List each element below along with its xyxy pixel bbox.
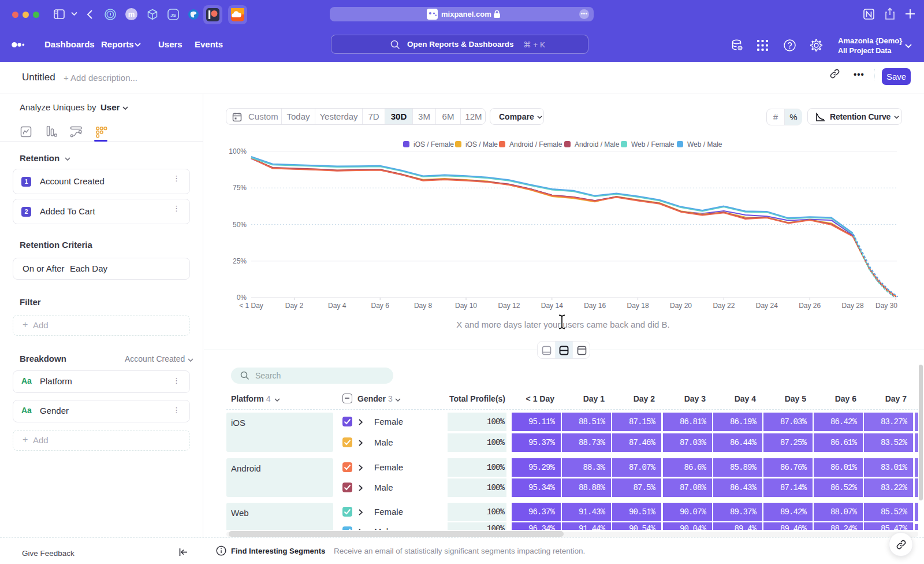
svg-text:Day 28: Day 28 xyxy=(842,302,864,310)
svg-text:< 1 Day: < 1 Day xyxy=(239,302,263,310)
svg-text:100%: 100% xyxy=(229,147,247,155)
svg-text:Day 4: Day 4 xyxy=(328,302,346,310)
svg-text:Day 30: Day 30 xyxy=(875,302,897,310)
svg-text:Day 26: Day 26 xyxy=(799,302,821,310)
svg-text:Day 16: Day 16 xyxy=(584,302,606,310)
svg-text:Day 2: Day 2 xyxy=(285,302,304,310)
svg-text:JS: JS xyxy=(170,13,176,18)
svg-text:Day 24: Day 24 xyxy=(756,302,778,310)
svg-text:75%: 75% xyxy=(233,184,247,192)
svg-text:Day 14: Day 14 xyxy=(541,302,563,310)
svg-text:Day 12: Day 12 xyxy=(498,302,520,310)
svg-text:Day 18: Day 18 xyxy=(627,302,649,310)
svg-text:Day 22: Day 22 xyxy=(713,302,735,310)
svg-text:Day 6: Day 6 xyxy=(371,302,390,310)
svg-text:25%: 25% xyxy=(233,257,247,265)
svg-text:Day 8: Day 8 xyxy=(414,302,433,310)
svg-text:Day 10: Day 10 xyxy=(455,302,477,310)
svg-text:50%: 50% xyxy=(233,221,247,229)
svg-text:Day 20: Day 20 xyxy=(670,302,692,310)
svg-text:0%: 0% xyxy=(237,294,247,302)
